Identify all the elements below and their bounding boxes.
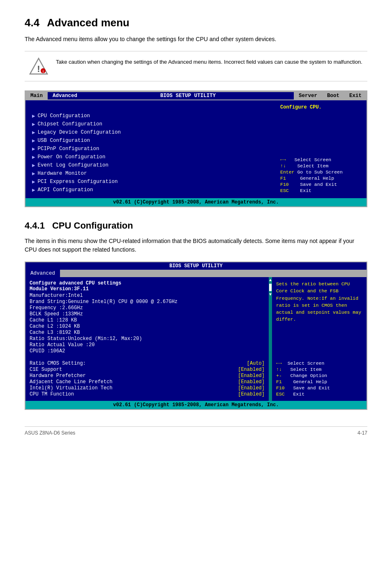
- list-item[interactable]: ▶Legacy Device Configuration: [32, 128, 272, 136]
- section-number: 4.4: [25, 16, 39, 29]
- setting-ratio[interactable]: Ratio CMOS Setting:[Auto]: [30, 361, 265, 366]
- key-row: ↑↓ Select Item: [280, 163, 362, 169]
- key-row: ←→ Select Screen: [276, 361, 362, 366]
- subsection-title-text: CPU Configuration: [52, 220, 133, 231]
- menu-server[interactable]: Server: [294, 92, 322, 99]
- bios-topbar-1: Main Advanced BIOS SETUP UTILITY Server …: [25, 91, 367, 100]
- key-row: Enter Go to Sub Screen: [280, 169, 362, 175]
- key-row: ↑↓ Select Item: [276, 367, 362, 372]
- cache-l2-line: Cache L2 :1024 KB: [30, 324, 265, 329]
- bios-footer-1: v02.61 (C)Copyright 1985-2008, American …: [25, 198, 367, 206]
- footer-left: ASUS Z8NA-D6 Series: [25, 430, 75, 436]
- freq-line: Frequency :2.66GHz: [30, 305, 265, 311]
- bios-body-1: ▶CPU Configuration ▶Chipset Configuratio…: [25, 100, 367, 198]
- cpuid-line: CPUID :106A2: [30, 348, 265, 354]
- svg-text:!: !: [43, 69, 44, 74]
- key-legend: ←→ Select Screen ↑↓ Select Item Enter Go…: [280, 157, 362, 194]
- warning-text: Take caution when changing the settings …: [56, 56, 362, 66]
- setting-adj-cache[interactable]: Adjacent Cache Line Prefetch[Enabled]: [30, 379, 265, 385]
- footer-right: 4-17: [357, 430, 367, 436]
- section-441-title: 4.4.1 CPU Configuration: [25, 220, 367, 231]
- bclk-line: BCLK Speed :133MHz: [30, 311, 265, 317]
- bios-help-panel: Configure CPU. ←→ Select Screen ↑↓ Selec…: [276, 100, 367, 198]
- list-item[interactable]: ▶USB Configuration: [32, 136, 272, 145]
- subsection-description: The items in this menu show the CPU-rela…: [25, 237, 367, 254]
- key-row: ESC Exit: [276, 391, 362, 397]
- key-row: ←→ Select Screen: [280, 157, 362, 162]
- section-44: 4.4 Advanced menu The Advanced menu item…: [25, 16, 367, 207]
- menu-boot[interactable]: Boot: [322, 92, 344, 99]
- ratio-actual-line: Ratio Actual Value :20: [30, 342, 265, 348]
- list-item[interactable]: ▶Hardware Monitor: [32, 169, 272, 178]
- key-row: F10 Save and Exit: [280, 182, 362, 187]
- key-legend-2: ←→ Select Screen ↑↓ Select Item +- Chang…: [276, 361, 362, 398]
- menu-advanced-2[interactable]: Advanced: [25, 270, 60, 277]
- bios-screen-1: Main Advanced BIOS SETUP UTILITY Server …: [25, 90, 367, 207]
- bios-help-panel-2: Sets the ratio between CPU Core Clock an…: [272, 277, 367, 401]
- list-item[interactable]: ▶PCIPnP Configuration: [32, 145, 272, 153]
- cache-l1-line: Cache L1 :128 KB: [30, 317, 265, 323]
- bios-footer-2: v02.61 (C)Copyright 1985-2008, American …: [25, 401, 367, 409]
- warning-icon: ! !: [29, 56, 48, 76]
- setting-tm[interactable]: CPU TM Function[Enabled]: [30, 391, 265, 397]
- list-item[interactable]: ▶Event Log Configuration: [32, 161, 272, 169]
- section-description: The Advanced menu items allow you to cha…: [25, 35, 367, 44]
- page-footer: ASUS Z8NA-D6 Series 4-17: [25, 426, 367, 436]
- key-row: ESC Exit: [280, 188, 362, 193]
- section-44-title: 4.4 Advanced menu: [25, 16, 367, 29]
- scrollbar[interactable]: ▲ ▼: [269, 277, 272, 401]
- bios-body-2: Configure advanced CPU settings Module V…: [25, 277, 367, 401]
- cpu-help-text: Sets the ratio between CPU Core Clock an…: [276, 280, 362, 323]
- bios-title: BIOS SETUP UTILITY: [82, 92, 294, 99]
- subsection-number: 4.4.1: [25, 220, 45, 231]
- key-row: F1 General Help: [280, 176, 362, 181]
- ratio-status-line: Ratio Status:Unlocked (Min:12, Max:20): [30, 336, 265, 342]
- cache-l3-line: Cache L3 :8192 KB: [30, 330, 265, 335]
- bios-screen-2: BIOS SETUP UTILITY Advanced Configure ad…: [25, 261, 367, 410]
- bios-topbar2-menu: Advanced: [25, 270, 367, 277]
- bios-topbar2-title: BIOS SETUP UTILITY: [25, 262, 367, 270]
- list-item[interactable]: ▶PCI Exppress Configuration: [32, 178, 272, 186]
- svg-text:!: !: [37, 64, 40, 74]
- list-item[interactable]: ▶Chipset Configuration: [32, 120, 272, 128]
- brand-string-line: Brand String:Genuine Intel(R) CPU @ 0000…: [30, 299, 265, 305]
- menu-advanced[interactable]: Advanced: [48, 92, 82, 99]
- list-item[interactable]: ▶ACPI Configuration: [32, 186, 272, 194]
- cpu-config-header: Configure advanced CPU settings Module V…: [30, 280, 265, 292]
- bios-cpu-config: Configure advanced CPU settings Module V…: [25, 277, 268, 401]
- key-row: F1 General Help: [276, 379, 362, 384]
- key-row: F10 Save and Exit: [276, 385, 362, 391]
- setting-hw-prefetch[interactable]: Hardware Prefetcher[Enabled]: [30, 373, 265, 379]
- menu-exit[interactable]: Exit: [344, 92, 367, 99]
- menu-main[interactable]: Main: [25, 92, 48, 99]
- manufacturer-line: Manufacturer:Intel: [30, 293, 265, 298]
- help-text: Configure CPU.: [280, 104, 362, 110]
- list-item[interactable]: ▶Power On Configuration: [32, 153, 272, 161]
- list-item[interactable]: ▶CPU Configuration: [32, 112, 272, 120]
- key-row: +- Change Option: [276, 373, 362, 378]
- warning-box: ! ! Take caution when changing the setti…: [25, 51, 367, 81]
- bios-menu-list: ▶CPU Configuration ▶Chipset Configuratio…: [25, 100, 276, 198]
- setting-c1e[interactable]: C1E Support[Enabled]: [30, 367, 265, 372]
- setting-vt[interactable]: Intel(R) Virtualization Tech[Enabled]: [30, 385, 265, 391]
- section-441: 4.4.1 CPU Configuration The items in thi…: [25, 220, 367, 410]
- section-title-text: Advanced menu: [47, 16, 129, 29]
